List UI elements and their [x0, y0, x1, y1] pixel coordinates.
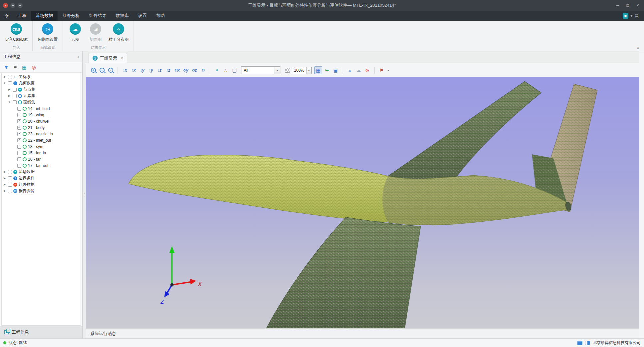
maximize-button[interactable]: □: [623, 0, 633, 11]
visibility-checkbox[interactable]: [17, 113, 21, 117]
surface-filter-combobox[interactable]: All ▾: [241, 66, 280, 74]
box-select-button[interactable]: ▢: [230, 66, 238, 74]
expander-icon[interactable]: ▶: [3, 177, 7, 180]
visibility-checkbox[interactable]: [8, 170, 12, 174]
tree-item[interactable]: ▶ − 节点集: [2, 86, 81, 93]
view-z-pos-button[interactable]: ↑z: [164, 66, 172, 74]
ribbon-button[interactable]: cas 导入Cas/Dat: [3, 22, 30, 43]
aircraft-mesh-scene[interactable]: X Z: [86, 77, 639, 328]
visibility-checkbox[interactable]: [13, 100, 17, 104]
tree-item[interactable]: ▶ + 边界条件: [2, 175, 81, 181]
tree-item[interactable]: ▼ 几何数据: [2, 80, 81, 86]
cloud-button[interactable]: ☁: [355, 66, 363, 74]
visibility-checkbox[interactable]: [17, 164, 21, 168]
expander-icon[interactable]: ▶: [7, 88, 11, 91]
zoom-out-button[interactable]: −: [98, 66, 106, 74]
visibility-checkbox[interactable]: [8, 189, 12, 193]
tree-item[interactable]: 17 - far_out: [2, 162, 81, 169]
workspace-layout-button[interactable]: ▤: [635, 13, 639, 18]
rotate-x-button[interactable]: ↻x: [173, 66, 181, 74]
theme-caret-icon[interactable]: ▾: [631, 14, 632, 18]
ribbon-button[interactable]: ◷ 周期面设置: [35, 22, 60, 43]
zoom-window-button[interactable]: ▫: [107, 66, 115, 74]
expander-icon[interactable]: ▼: [7, 101, 11, 104]
visibility-checkbox[interactable]: [13, 88, 17, 92]
menu-tab[interactable]: 红外分析: [58, 11, 84, 21]
tree-item[interactable]: 22 - inlet_out: [2, 137, 81, 143]
opacity-caret-icon[interactable]: ▾: [306, 67, 311, 74]
particle-button[interactable]: ∴: [222, 66, 230, 74]
menu-tab[interactable]: 红外结果: [84, 11, 111, 21]
sidebar-collapse-button[interactable]: ‹: [77, 54, 79, 59]
visibility-checkbox[interactable]: [17, 119, 21, 123]
sidebar-bottom-tab[interactable]: 工程信息: [0, 326, 82, 338]
opacity-combobox[interactable]: 100% ▾: [292, 67, 312, 74]
clear-button[interactable]: ⊘: [363, 66, 371, 74]
app-menu-button[interactable]: [3, 3, 8, 8]
tree-item[interactable]: ▶ ≈ 流场数据: [2, 169, 81, 175]
theme-button[interactable]: ▣: [623, 13, 628, 19]
ribbon-button[interactable]: ☁ 云图: [66, 22, 85, 43]
menu-tab[interactable]: 工程: [13, 11, 31, 21]
expander-icon[interactable]: ▶: [7, 94, 11, 97]
probe-point-button[interactable]: ⌖: [213, 66, 221, 74]
ribbon-button[interactable]: ∴ 粒子分布图: [106, 22, 131, 43]
view-x-pos-button[interactable]: ↑x: [130, 66, 138, 74]
menu-tab[interactable]: 数据库: [111, 11, 133, 21]
tree-item[interactable]: ▼ 面线集: [2, 99, 81, 105]
view-x-neg-button[interactable]: ↓x: [121, 66, 129, 74]
rotate-y-button[interactable]: ↻y: [181, 66, 189, 74]
visibility-checkbox[interactable]: [17, 126, 21, 130]
view-z-neg-button[interactable]: ↓z: [156, 66, 163, 74]
expander-icon[interactable]: ▼: [3, 82, 7, 85]
view-y-neg-button[interactable]: ↓y: [138, 66, 146, 74]
visibility-checkbox[interactable]: [8, 183, 12, 187]
view-y-pos-button[interactable]: ↑y: [147, 66, 155, 74]
menu-tab[interactable]: 帮助: [151, 11, 169, 21]
expander-icon[interactable]: ▶: [3, 170, 7, 173]
tree-item[interactable]: 15 - far_in: [2, 150, 81, 156]
visibility-checkbox[interactable]: [17, 157, 21, 161]
statusbar-window-icon[interactable]: [577, 341, 582, 345]
tree-item[interactable]: ▶ ▤ 报告资源: [2, 188, 81, 194]
ribbon-collapse-button[interactable]: ∧: [637, 46, 639, 50]
tree-item[interactable]: ▶ • 元素集: [2, 93, 81, 99]
tree-item[interactable]: ▶ ∿ 红外数据: [2, 181, 81, 188]
visibility-checkbox[interactable]: [17, 151, 21, 155]
tree-item[interactable]: 21 - body: [2, 124, 81, 131]
minimize-button[interactable]: ─: [613, 0, 623, 11]
tree-item[interactable]: 18 - sym: [2, 143, 81, 150]
tree-item[interactable]: 16 - far: [2, 156, 81, 162]
snapshot-button[interactable]: ▣: [332, 66, 340, 74]
tab-close-icon[interactable]: ×: [121, 56, 123, 61]
locate-button[interactable]: ◎: [32, 65, 36, 70]
grid-toggle-button[interactable]: ▦: [314, 66, 322, 74]
viewport-3d[interactable]: X Z: [86, 77, 639, 328]
free-rotate-button[interactable]: ↻: [199, 66, 207, 74]
visibility-checkbox[interactable]: [17, 107, 21, 111]
titlebar-style-button[interactable]: [18, 3, 23, 8]
expander-icon[interactable]: ▶: [3, 75, 7, 78]
message-panel-header[interactable]: 系统运行消息: [86, 328, 639, 338]
tree-item[interactable]: ▶ ∟ 坐标系: [2, 74, 81, 80]
zoom-in-button[interactable]: +: [89, 66, 97, 74]
close-button[interactable]: ×: [633, 0, 643, 11]
mirror-button[interactable]: ▲: [346, 66, 354, 74]
tree-item[interactable]: 19 - wing: [2, 112, 81, 118]
expander-icon[interactable]: ▶: [3, 183, 7, 186]
menu-tab[interactable]: 流场数据: [31, 11, 58, 21]
visibility-checkbox[interactable]: [17, 132, 21, 136]
titlebar-pin-button[interactable]: [10, 3, 15, 8]
expand-tree-button[interactable]: ≡: [14, 65, 17, 70]
tree-item[interactable]: 14 - int_fluid: [2, 105, 81, 112]
ribbon-button[interactable]: ◪ 切面图: [86, 22, 105, 43]
layout-grid-button[interactable]: ▦: [22, 65, 26, 70]
annotation-flag-caret[interactable]: ▾: [386, 66, 390, 74]
export-button[interactable]: ↪: [323, 66, 331, 74]
tree-item[interactable]: 23 - nozzle_in: [2, 131, 81, 137]
annotation-flag-button[interactable]: ⚑: [378, 66, 386, 74]
tab-3d-view[interactable]: ◷ 三维显示 ×: [89, 53, 127, 63]
visibility-checkbox[interactable]: [13, 94, 17, 98]
visibility-checkbox[interactable]: [17, 138, 21, 142]
visibility-checkbox[interactable]: [8, 75, 12, 79]
